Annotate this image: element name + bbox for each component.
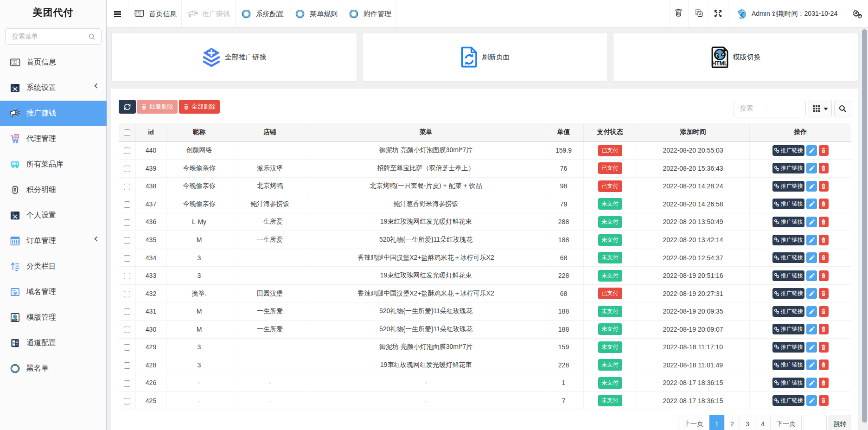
svg-text:HTML: HTML <box>13 319 17 321</box>
svg-text:w: w <box>13 291 17 295</box>
svg-text:$: $ <box>13 341 14 345</box>
svg-text:HTML: HTML <box>712 60 727 67</box>
svg-text:$: $ <box>196 12 198 14</box>
svg-text:s: s <box>14 188 16 191</box>
svg-text:A: A <box>699 12 701 16</box>
